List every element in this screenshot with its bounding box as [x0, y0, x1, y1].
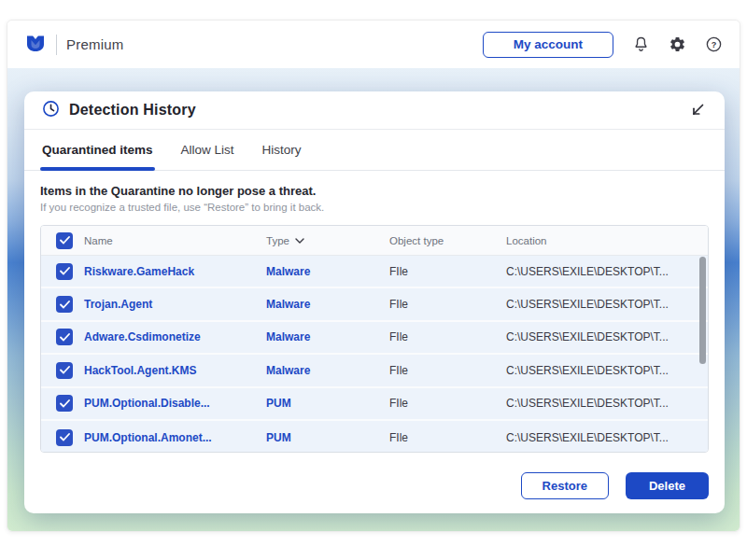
- table-row: Trojan.Agent Malware FIle C:\USERS\EXILE…: [41, 288, 708, 321]
- row-type: Malware: [266, 330, 389, 343]
- table-row: PUM.Optional.Disable... PUM FIle C:\USER…: [41, 388, 708, 421]
- bell-icon[interactable]: [631, 35, 650, 54]
- delete-button[interactable]: Delete: [626, 472, 709, 499]
- detection-history-card: Detection History Quarantined items Allo…: [24, 91, 725, 513]
- footer-actions: Restore Delete: [521, 472, 709, 499]
- my-account-button[interactable]: My account: [483, 32, 613, 58]
- row-object-type: FIle: [389, 397, 506, 410]
- row-location: C:\USERS\EXILE\DESKTOP\T...: [506, 431, 708, 444]
- tab-quarantined-items[interactable]: Quarantined items: [40, 130, 155, 170]
- app-window: Premium My account ? Detection History: [7, 20, 740, 532]
- topbar: Premium My account ?: [7, 21, 740, 68]
- row-location: C:\USERS\EXILE\DESKTOP\T...: [506, 265, 708, 278]
- svg-text:?: ?: [711, 40, 716, 49]
- row-name: HackTool.Agent.KMS: [84, 364, 266, 377]
- row-checkbox[interactable]: [56, 329, 73, 345]
- brand-divider: [56, 35, 57, 55]
- row-type: Malware: [266, 298, 389, 311]
- row-type: PUM: [266, 431, 389, 444]
- description-text: Items in the Quarantine no longer pose a…: [40, 184, 709, 198]
- table-row: PUM.Optional.Amonet... PUM FIle C:\USERS…: [41, 421, 708, 453]
- row-type: Malware: [266, 265, 389, 278]
- chevron-down-icon: [295, 238, 304, 244]
- table-body: Riskware.GameHack Malware FIle C:\USERS\…: [41, 256, 708, 453]
- row-checkbox[interactable]: [56, 429, 73, 446]
- table-scrollbar-thumb[interactable]: [699, 257, 706, 364]
- column-header-type[interactable]: Type: [266, 235, 389, 246]
- collapse-arrow-icon[interactable]: [688, 101, 707, 119]
- table-row: Riskware.GameHack Malware FIle C:\USERS\…: [41, 256, 708, 288]
- row-object-type: FIle: [389, 298, 506, 311]
- clock-icon: [42, 100, 60, 121]
- gear-icon[interactable]: [668, 35, 686, 54]
- row-location: C:\USERS\EXILE\DESKTOP\T...: [506, 330, 708, 343]
- card-header: Detection History: [24, 91, 725, 130]
- table-row: Adware.Csdimonetize Malware FIle C:\USER…: [41, 322, 708, 355]
- tab-allow-list[interactable]: Allow List: [179, 130, 236, 170]
- column-header-name: Name: [84, 235, 266, 246]
- row-object-type: FIle: [389, 265, 506, 278]
- row-name: PUM.Optional.Amonet...: [84, 431, 266, 444]
- table-row: HackTool.Agent.KMS Malware FIle C:\USERS…: [41, 355, 708, 387]
- row-name: Adware.Csdimonetize: [84, 330, 266, 343]
- select-all-checkbox[interactable]: [56, 232, 73, 249]
- row-type: PUM: [266, 397, 389, 410]
- row-name: Riskware.GameHack: [84, 265, 266, 278]
- table-header: Name Type Object type Location: [41, 226, 708, 256]
- brand: Premium: [24, 32, 123, 58]
- row-object-type: FIle: [389, 330, 506, 343]
- row-checkbox[interactable]: [56, 395, 73, 412]
- topbar-actions: My account ?: [483, 32, 723, 58]
- row-checkbox[interactable]: [56, 263, 73, 280]
- malwarebytes-logo-icon: [24, 32, 47, 58]
- quarantine-table: Name Type Object type Location Riskware.…: [40, 225, 709, 453]
- restore-button[interactable]: Restore: [521, 472, 609, 499]
- row-name: Trojan.Agent: [84, 298, 266, 311]
- row-object-type: FIle: [389, 364, 506, 377]
- row-checkbox[interactable]: [56, 362, 73, 379]
- page-title: Detection History: [69, 102, 196, 119]
- row-location: C:\USERS\EXILE\DESKTOP\T...: [506, 397, 708, 410]
- row-object-type: FIle: [389, 431, 506, 444]
- description-block: Items in the Quarantine no longer pose a…: [24, 171, 725, 213]
- help-icon[interactable]: ?: [704, 35, 723, 54]
- row-type: Malware: [266, 364, 389, 377]
- row-location: C:\USERS\EXILE\DESKTOP\T...: [506, 364, 708, 377]
- column-header-object-type: Object type: [389, 235, 506, 246]
- brand-name: Premium: [66, 36, 123, 52]
- description-subtext: If you recognize a trusted file, use “Re…: [40, 202, 709, 213]
- row-checkbox[interactable]: [56, 296, 73, 313]
- row-name: PUM.Optional.Disable...: [84, 397, 266, 410]
- column-header-location: Location: [506, 235, 708, 246]
- tab-history[interactable]: History: [261, 130, 303, 170]
- tab-bar: Quarantined items Allow List History: [24, 130, 725, 171]
- row-location: C:\USERS\EXILE\DESKTOP\T...: [506, 298, 708, 311]
